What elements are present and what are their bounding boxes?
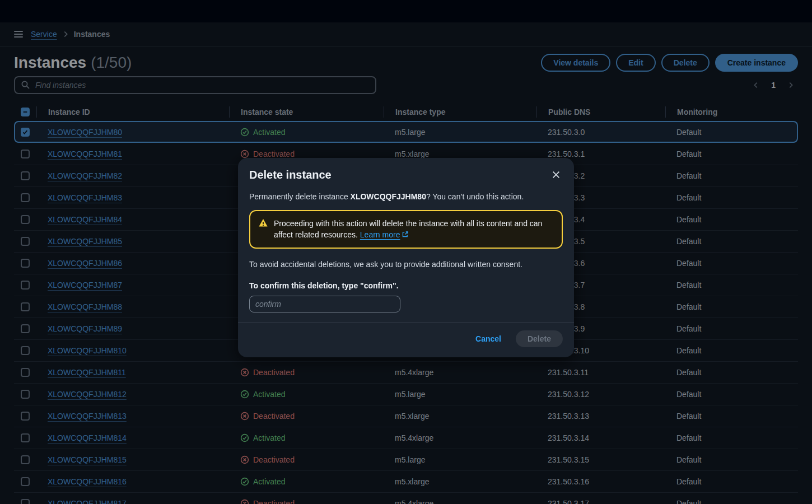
consent-text: To avoid accidental deletions, we ask yo… — [249, 259, 563, 270]
external-link-icon — [402, 230, 409, 241]
confirm-label: To confirm this deletion, type "confirm"… — [249, 280, 563, 291]
confirm-input[interactable] — [249, 296, 400, 312]
learn-more-link[interactable]: Learn more — [360, 230, 400, 239]
warning-text: Proceeding with this action will delete … — [274, 218, 554, 241]
warning-icon — [258, 218, 268, 241]
close-icon[interactable] — [549, 168, 563, 183]
modal-description: Permanently delete instance XLOWCQQFJJHM… — [249, 191, 563, 202]
warning-alert: Proceeding with this action will delete … — [249, 210, 563, 249]
cancel-button[interactable]: Cancel — [475, 334, 501, 343]
modal-title: Delete instance — [249, 169, 332, 181]
delete-instance-modal: Delete instance Permanently delete insta… — [238, 158, 574, 357]
instance-id-to-delete: XLOWCQQFJJHM80 — [351, 192, 426, 201]
modal-delete-button[interactable]: Delete — [516, 330, 563, 347]
